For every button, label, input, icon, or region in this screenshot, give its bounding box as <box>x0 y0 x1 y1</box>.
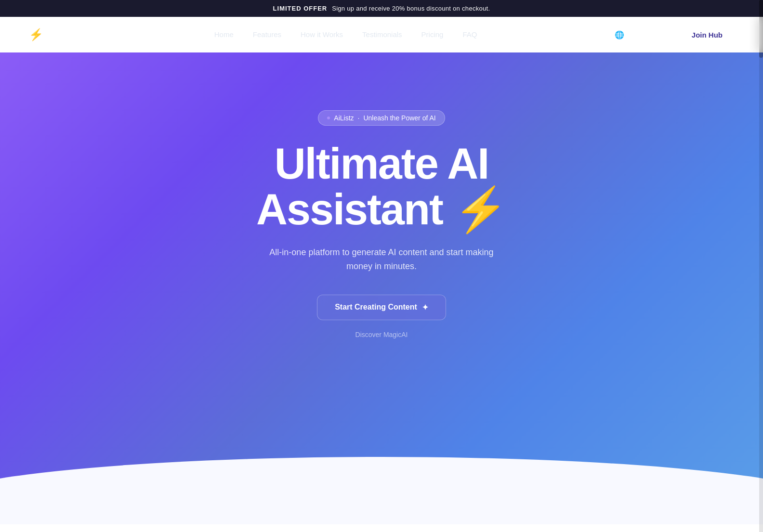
hero-badge: AiListz · Unleash the Power of AI <box>318 110 445 126</box>
nav-testimonials[interactable]: Testimonials <box>362 30 402 39</box>
sign-in-button[interactable]: Sign In <box>635 27 673 43</box>
announcement-text: Sign up and receive 20% bonus discount o… <box>332 5 490 12</box>
nav-right: 🌐 Sign In Join Hub <box>610 26 734 44</box>
lightning-icon: ⚡ <box>454 187 507 233</box>
hero-title: Ultimate AI Assistant ⚡ <box>256 141 507 232</box>
logo-icon: ⚡ <box>29 28 43 41</box>
nav-pricing[interactable]: Pricing <box>421 30 444 39</box>
cta-label: Start Creating Content <box>335 303 417 311</box>
join-hub-button[interactable]: Join Hub <box>680 26 734 44</box>
nav-links: Home Features How it Works Testimonials … <box>214 30 477 39</box>
nav-features[interactable]: Features <box>253 30 281 39</box>
nav-how-it-works[interactable]: How it Works <box>301 30 343 39</box>
language-selector-button[interactable]: 🌐 <box>610 26 629 44</box>
start-creating-button[interactable]: Start Creating Content ✦ <box>317 295 446 320</box>
hero-content: AiListz · Unleash the Power of AI Ultima… <box>256 110 507 338</box>
badge-brand: AiListz <box>334 114 354 122</box>
hero-section: AiListz · Unleash the Power of AI Ultima… <box>0 52 763 524</box>
limited-offer-label: LIMITED OFFER <box>273 5 328 12</box>
hero-subtitle: All-in-one platform to generate AI conte… <box>256 246 507 273</box>
logo[interactable]: ⚡ AIListz <box>29 28 81 41</box>
announcement-bar: LIMITED OFFER Sign up and receive 20% bo… <box>0 0 763 17</box>
navbar: ⚡ AIListz Home Features How it Works Tes… <box>0 17 763 52</box>
discover-magicai-link[interactable]: Discover MagicAI <box>256 331 507 338</box>
badge-dot <box>327 117 330 119</box>
logo-text: AIListz <box>46 28 81 41</box>
cta-icon: ✦ <box>422 303 428 312</box>
nav-faq[interactable]: FAQ <box>462 30 477 39</box>
scrollbar[interactable] <box>759 0 763 532</box>
badge-text: Unleash the Power of AI <box>363 114 435 122</box>
hero-title-line2: Assistant ⚡ <box>256 187 507 233</box>
nav-home[interactable]: Home <box>214 30 234 39</box>
badge-separator: · <box>358 114 360 122</box>
globe-icon: 🌐 <box>615 30 624 39</box>
hero-title-line1: Ultimate AI <box>256 141 507 187</box>
